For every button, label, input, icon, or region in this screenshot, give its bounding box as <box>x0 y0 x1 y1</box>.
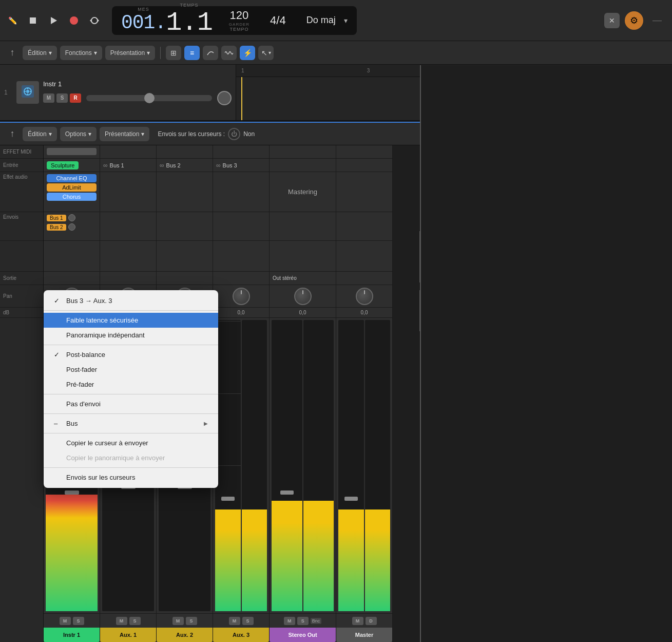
sends-power-btn[interactable]: ⏻ <box>228 128 240 140</box>
master-d-btn[interactable]: D <box>366 617 377 625</box>
menu-item-bus3[interactable]: Bus 3 → Aux. 3 <box>44 293 218 308</box>
wave-btn[interactable] <box>221 46 237 60</box>
effect-label-row: Effet audio <box>0 172 43 212</box>
midi-label-row: EFFET MIDI <box>0 145 43 159</box>
close-display-btn[interactable]: ✕ <box>604 13 620 28</box>
sends-label: Envois sur les curseurs : <box>158 130 225 138</box>
aux3-fader-thumb[interactable] <box>221 497 235 501</box>
aux3-solo-btn[interactable]: S <box>242 617 254 625</box>
send-bus2-btn[interactable]: Bus 2 <box>47 224 66 231</box>
list-view-btn[interactable]: ≡ <box>184 46 200 60</box>
adlimit-btn[interactable]: AdLimit <box>47 183 97 192</box>
fonctions-btn[interactable]: Fonctions ▾ <box>60 46 102 60</box>
master-name-bar[interactable]: Master <box>336 628 392 642</box>
options-label: Options <box>65 130 86 138</box>
aux3-pan-knob[interactable] <box>233 288 250 305</box>
aux3-name-bar[interactable]: Aux. 3 <box>213 628 269 642</box>
send-bus1-btn[interactable]: Bus 1 <box>47 215 66 221</box>
instr1-input-row: Sculpture <box>44 159 100 172</box>
instr1-mute-btn[interactable]: M <box>60 617 71 625</box>
options-btn[interactable]: Options ▾ <box>60 127 97 141</box>
time-sig-section[interactable]: 4/4 <box>270 14 286 27</box>
track-pan-knob[interactable] <box>217 91 232 105</box>
send-bus1-circle[interactable] <box>68 214 75 221</box>
toolbar-1: ↑ Édition ▾ Fonctions ▾ Présentation ▾ ⊞… <box>0 41 672 65</box>
stereo-fader-thumb[interactable] <box>280 490 294 495</box>
aux2-effects-row <box>157 172 213 212</box>
aux3-fader-track-right[interactable] <box>242 320 267 611</box>
presentation-btn-1[interactable]: Présentation ▾ <box>105 46 155 60</box>
master-pan-knob[interactable] <box>356 288 373 305</box>
aux3-fader-track-left[interactable] <box>215 320 241 611</box>
menu-item-envois-curseurs[interactable]: Envois sur les curseurs <box>44 470 218 485</box>
aux3-meter-r-fill <box>242 509 267 611</box>
tempo-label: TEMPO <box>229 27 248 32</box>
stereo-sends-row <box>270 212 336 241</box>
cycle-btn[interactable] <box>87 13 102 28</box>
menu-sep-3 <box>44 394 218 394</box>
key-section[interactable]: Do maj <box>306 15 336 26</box>
track-solo-btn[interactable]: S <box>56 93 68 103</box>
channel-eq-btn[interactable]: Channel EQ <box>47 174 97 182</box>
settings-btn[interactable]: ⚙ <box>625 11 643 30</box>
stereo-fader-l[interactable] <box>272 320 302 611</box>
master-fader-thumb[interactable] <box>344 497 358 501</box>
aux1-name-bar[interactable]: Aux. 1 <box>100 628 156 642</box>
chorus-btn[interactable]: Chorus <box>47 193 97 201</box>
back-btn-1[interactable]: ↑ <box>5 46 20 60</box>
send-bus2-circle[interactable] <box>68 223 75 231</box>
record-btn[interactable] <box>67 13 81 28</box>
aux2-name-bar[interactable]: Aux. 2 <box>157 628 213 642</box>
stereo-out-label: Out stéréo <box>273 275 297 281</box>
back-btn-2[interactable]: ↑ <box>5 127 20 141</box>
play-btn[interactable] <box>46 13 61 28</box>
mes-value: 001. <box>121 12 166 34</box>
menu-item-bus[interactable]: Bus <box>44 416 218 431</box>
aux1-mute-btn[interactable]: M <box>116 617 127 625</box>
grid-view-btn[interactable]: ⊞ <box>166 46 181 60</box>
master-fader-l[interactable] <box>338 320 364 611</box>
track-volume-fader[interactable] <box>86 95 212 101</box>
key-dropdown-arrow[interactable]: ▾ <box>344 16 348 25</box>
aux2-solo-btn[interactable]: S <box>186 617 197 625</box>
pencil-tool-btn[interactable]: ✏️ <box>5 13 20 28</box>
instr1-fader-thumb[interactable] <box>65 490 79 495</box>
menu-item-pas-envoi[interactable]: Pas d'envoi <box>44 396 218 411</box>
menu-item-panoramique[interactable]: Panoramique indépendant <box>44 328 218 343</box>
menu-item-copier-curseur[interactable]: Copier le curseur à envoyer <box>44 436 218 450</box>
menu-item-faible-latence[interactable]: Faible latence sécurisée <box>44 313 218 328</box>
instr1-name-bar[interactable]: Instr 1 <box>44 628 100 642</box>
curve-btn[interactable] <box>203 46 218 60</box>
aux3-mute-btn[interactable]: M <box>229 617 240 625</box>
instr1-solo-btn[interactable]: S <box>73 617 84 625</box>
stereo-name-bar[interactable]: Stereo Out <box>270 628 336 642</box>
stop-btn[interactable] <box>26 13 40 28</box>
effect-label: Effet audio <box>3 174 40 180</box>
aux2-mute-btn[interactable]: M <box>172 617 184 625</box>
menu-item-post-fader[interactable]: Post-fader <box>44 362 218 377</box>
stereo-solo-btn[interactable]: S <box>297 617 309 625</box>
ruler-mark-3: 3 <box>367 68 370 73</box>
pointer-btn[interactable]: ↖▾ <box>258 46 274 60</box>
aux2-link-icon: ∞ <box>160 162 164 169</box>
master-m-btn[interactable]: M <box>352 617 363 625</box>
aux1-solo-btn[interactable]: S <box>129 617 141 625</box>
menu-item-post-balance[interactable]: Post-balance <box>44 347 218 362</box>
aux2-sends-row <box>157 212 213 241</box>
track-mute-btn[interactable]: M <box>43 93 54 103</box>
instr1-midi-input[interactable] <box>47 148 97 155</box>
edition-btn-1[interactable]: Édition ▾ <box>23 46 57 60</box>
tempo-section[interactable]: 120 GARDER TEMPO <box>229 9 249 32</box>
presentation-arrow-1: ▾ <box>147 49 150 56</box>
track-record-btn[interactable]: R <box>70 93 81 103</box>
stereo-pan-knob[interactable] <box>294 288 312 305</box>
edition-btn-2[interactable]: Édition ▾ <box>23 127 57 141</box>
time-display[interactable]: MES 001. TEMPS 1.1 120 GARDER TEMPO 4/4 … <box>112 6 357 35</box>
sculpture-btn[interactable]: Sculpture <box>47 161 79 169</box>
menu-item-pre-fader[interactable]: Pré-fader <box>44 377 218 392</box>
flex-btn[interactable]: ⚡ <box>240 46 255 60</box>
stereo-mute-btn[interactable]: M <box>284 617 295 625</box>
stereo-fader-r[interactable] <box>303 320 334 611</box>
master-fader-r[interactable] <box>365 320 391 611</box>
presentation-btn-2[interactable]: Présentation ▾ <box>100 127 149 141</box>
